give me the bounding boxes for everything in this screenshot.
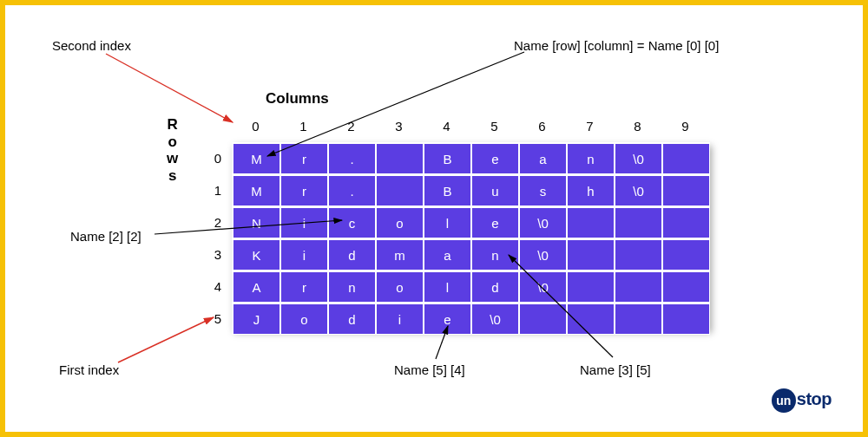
cell bbox=[566, 303, 614, 334]
cell bbox=[614, 271, 661, 302]
cell: c bbox=[327, 206, 375, 238]
col-index: 9 bbox=[661, 119, 709, 134]
cell bbox=[661, 271, 709, 302]
cell bbox=[375, 174, 423, 205]
svg-line-0 bbox=[106, 54, 233, 122]
cell: \0 bbox=[614, 142, 661, 173]
col-index: 3 bbox=[375, 119, 423, 134]
cell: r bbox=[279, 142, 327, 173]
table-row: 1Mr. Bush\0 bbox=[206, 174, 710, 206]
cell: r bbox=[279, 271, 327, 302]
cell bbox=[375, 142, 423, 173]
table-row: 0Mr. Bean\0 bbox=[206, 142, 710, 174]
cell: e bbox=[470, 142, 518, 173]
cell: u bbox=[470, 174, 518, 205]
cell: r bbox=[279, 174, 327, 205]
brand-logo: un stop bbox=[772, 388, 832, 413]
cell: M bbox=[232, 142, 279, 173]
cell bbox=[661, 142, 709, 173]
cell bbox=[661, 303, 709, 334]
col-index: 2 bbox=[327, 119, 375, 134]
cell: \0 bbox=[518, 271, 566, 302]
col-index: 7 bbox=[566, 119, 614, 134]
rows-heading: R o w s bbox=[167, 116, 178, 184]
cell: d bbox=[470, 271, 518, 302]
col-index: 8 bbox=[614, 119, 661, 134]
cell: a bbox=[423, 238, 470, 270]
col-index: 6 bbox=[518, 119, 566, 134]
cell: \0 bbox=[614, 174, 661, 205]
logo-suffix: stop bbox=[797, 389, 832, 409]
cell bbox=[614, 238, 661, 270]
logo-prefix: un bbox=[772, 388, 796, 413]
col-index: 0 bbox=[232, 119, 279, 134]
cell: o bbox=[375, 206, 423, 238]
cell: o bbox=[279, 303, 327, 334]
cell: \0 bbox=[470, 303, 518, 334]
cell bbox=[614, 206, 661, 238]
label-name-5-4: Name [5] [4] bbox=[394, 362, 465, 377]
cell: i bbox=[279, 206, 327, 238]
cell bbox=[661, 206, 709, 238]
cell: l bbox=[423, 206, 470, 238]
cell: \0 bbox=[518, 206, 566, 238]
table-row: 5Jodie\0 bbox=[206, 303, 710, 335]
cell: . bbox=[327, 174, 375, 205]
cell: d bbox=[327, 303, 375, 334]
cell: n bbox=[566, 142, 614, 173]
cell: i bbox=[279, 238, 327, 270]
cell: B bbox=[423, 142, 470, 173]
cell: l bbox=[423, 271, 470, 302]
svg-line-1 bbox=[118, 317, 214, 362]
cell: M bbox=[232, 174, 279, 205]
cell: o bbox=[375, 271, 423, 302]
label-syntax: Name [row] [column] = Name [0] [0] bbox=[514, 38, 719, 53]
cell: d bbox=[327, 238, 375, 270]
cell bbox=[518, 303, 566, 334]
column-index-row: 0123456789 bbox=[232, 119, 709, 134]
cell: n bbox=[327, 271, 375, 302]
col-index: 1 bbox=[279, 119, 327, 134]
grid-outer: 0Mr. Bean\01Mr. Bush\02Nicole\03Kidman\0… bbox=[206, 142, 710, 335]
cell: e bbox=[470, 206, 518, 238]
cell bbox=[614, 303, 661, 334]
cell: a bbox=[518, 142, 566, 173]
table-row: 2Nicole\0 bbox=[206, 206, 710, 238]
columns-heading: Columns bbox=[266, 90, 329, 108]
row-index: 2 bbox=[206, 206, 232, 238]
cell: m bbox=[375, 238, 423, 270]
cell: A bbox=[232, 271, 279, 302]
cell bbox=[566, 238, 614, 270]
row-index: 1 bbox=[206, 174, 232, 205]
table-row: 3Kidman\0 bbox=[206, 238, 710, 271]
cell: n bbox=[470, 238, 518, 270]
cell: e bbox=[423, 303, 470, 334]
diagram-canvas: Second index Name [row] [column] = Name … bbox=[5, 5, 863, 432]
cell bbox=[661, 238, 709, 270]
cell: N bbox=[232, 206, 279, 238]
row-index: 4 bbox=[206, 271, 232, 302]
label-first-index: First index bbox=[59, 362, 119, 377]
label-name-2-2: Name [2] [2] bbox=[70, 229, 141, 244]
cell: B bbox=[423, 174, 470, 205]
cell: K bbox=[232, 238, 279, 270]
cell: s bbox=[518, 174, 566, 205]
cell: \0 bbox=[518, 238, 566, 270]
cell bbox=[566, 271, 614, 302]
label-name-3-5: Name [3] [5] bbox=[580, 362, 651, 377]
table-row: 4Arnold\0 bbox=[206, 271, 710, 303]
row-index: 5 bbox=[206, 303, 232, 334]
cell: h bbox=[566, 174, 614, 205]
cell: i bbox=[375, 303, 423, 334]
row-index: 0 bbox=[206, 142, 232, 173]
cell bbox=[566, 206, 614, 238]
col-index: 5 bbox=[470, 119, 518, 134]
label-second-index: Second index bbox=[52, 38, 131, 53]
cell bbox=[661, 174, 709, 205]
col-index: 4 bbox=[423, 119, 470, 134]
cell: J bbox=[232, 303, 279, 334]
row-index: 3 bbox=[206, 238, 232, 270]
cell: . bbox=[327, 142, 375, 173]
